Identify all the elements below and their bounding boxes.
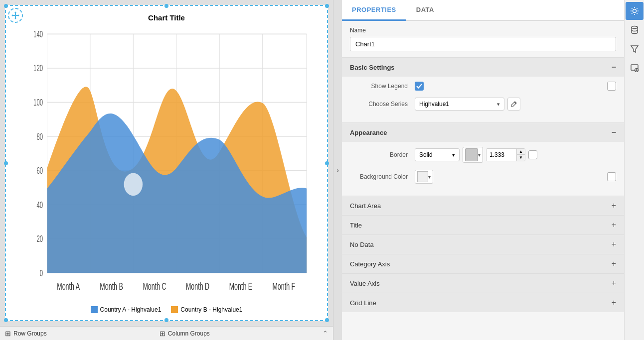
row-groups-icon: ⊞: [5, 330, 11, 338]
chart-legend: Country A - Highvalue1 Country B - Highv…: [16, 302, 317, 315]
sidebar-database-icon[interactable]: [626, 21, 644, 39]
column-groups-label: Column Groups: [168, 330, 210, 337]
icon-sidebar: [624, 0, 644, 340]
choose-series-chevron-icon: ▾: [497, 101, 500, 108]
border-row: Border Solid ▾ ▾: [350, 147, 616, 163]
show-legend-checkbox-2[interactable]: [607, 82, 616, 91]
resize-handle-bc[interactable]: [164, 318, 168, 322]
appearance-toggle-icon: −: [612, 128, 616, 137]
bg-color-swatch: [417, 171, 428, 182]
resize-handle-br[interactable]: [325, 318, 329, 322]
chart-area-label: Chart Area: [350, 202, 381, 210]
border-color-picker[interactable]: ▾: [463, 147, 483, 163]
column-groups-item[interactable]: ⊞ Column Groups: [160, 330, 210, 338]
properties-panel: PROPERTIES DATA Name Basic Settings − Sh…: [342, 0, 624, 340]
svg-marker-5: [18, 14, 19, 16]
left-panel: Chart Title: [0, 0, 333, 340]
basic-settings-header[interactable]: Basic Settings −: [342, 58, 624, 77]
legend-color-a: [91, 306, 98, 313]
tab-properties[interactable]: PROPERTIES: [342, 0, 406, 21]
basic-settings-title: Basic Settings: [350, 64, 395, 71]
svg-text:Month F: Month F: [272, 281, 295, 292]
no-data-row[interactable]: No Data +: [342, 234, 624, 254]
show-legend-row: Show Legend: [350, 82, 616, 91]
resize-handle-bl[interactable]: [4, 318, 8, 322]
value-axis-plus-icon: +: [612, 279, 616, 288]
svg-text:Month D: Month D: [186, 281, 209, 292]
title-row[interactable]: Title +: [342, 215, 624, 234]
choose-series-value: Highvalue1: [419, 101, 449, 108]
border-width-down[interactable]: ▼: [517, 155, 525, 161]
bg-color-chevron-icon: ▾: [428, 174, 431, 180]
chart-inner: Chart Title: [6, 6, 327, 320]
svg-point-29: [124, 173, 143, 196]
border-color-swatch: [465, 148, 478, 161]
border-style-value: Solid: [419, 151, 433, 158]
border-checkbox[interactable]: [528, 150, 537, 159]
category-axis-label: Category Axis: [350, 260, 390, 268]
appearance-body: Border Solid ▾ ▾: [342, 142, 624, 196]
svg-text:80: 80: [36, 131, 43, 141]
border-width-up[interactable]: ▲: [517, 149, 525, 155]
chart-area-row[interactable]: Chart Area +: [342, 196, 624, 215]
tabs-row: PROPERTIES DATA: [342, 0, 624, 21]
sidebar-filter-icon[interactable]: [626, 40, 644, 58]
bg-color-label: Background Color: [350, 173, 415, 180]
legend-label-b: Country B - Highvalue1: [180, 306, 242, 313]
svg-marker-2: [14, 11, 16, 13]
value-axis-label: Value Axis: [350, 280, 380, 287]
sidebar-image-settings-icon[interactable]: [626, 59, 644, 77]
svg-text:140: 140: [33, 29, 43, 39]
show-legend-checkbox[interactable]: [415, 82, 424, 91]
show-legend-control: [415, 82, 616, 91]
svg-marker-3: [14, 18, 16, 19]
svg-text:Month C: Month C: [143, 281, 166, 292]
basic-settings-section: Basic Settings − Show Legend: [342, 57, 624, 122]
category-axis-plus-icon: +: [612, 259, 616, 268]
name-section: Name: [342, 21, 624, 57]
resize-handle-tc[interactable]: [164, 4, 168, 8]
panel-content: Name Basic Settings − Show Legend: [342, 21, 624, 340]
choose-series-select[interactable]: Highvalue1 ▾: [415, 98, 504, 111]
choose-series-control: Highvalue1 ▾: [415, 98, 616, 111]
resize-handle-ml[interactable]: [4, 161, 8, 165]
resize-handle-tl[interactable]: [4, 4, 8, 8]
appearance-header[interactable]: Appearance −: [342, 123, 624, 142]
bottom-bar-chevron[interactable]: ⌃: [322, 330, 328, 337]
title-plus-icon: +: [612, 221, 616, 229]
grid-line-plus-icon: +: [612, 298, 616, 307]
move-handle[interactable]: [8, 8, 23, 23]
grid-line-label: Grid Line: [350, 299, 376, 307]
legend-item-country-b: Country B - Highvalue1: [171, 306, 242, 313]
svg-text:100: 100: [33, 97, 43, 107]
svg-point-37: [632, 26, 638, 29]
border-color-chevron-icon: ▾: [478, 152, 481, 158]
chart-container[interactable]: Chart Title: [5, 5, 328, 321]
choose-series-label: Choose Series: [350, 101, 415, 108]
sidebar-settings-icon[interactable]: [626, 2, 644, 20]
bg-color-picker[interactable]: ▾: [415, 170, 433, 184]
svg-text:Month B: Month B: [100, 281, 123, 292]
border-label: Border: [350, 151, 415, 158]
bg-color-row: Background Color ▾: [350, 170, 616, 184]
edit-series-button[interactable]: [507, 98, 520, 111]
category-axis-row[interactable]: Category Axis +: [342, 254, 624, 273]
resize-handle-tr[interactable]: [325, 4, 329, 8]
row-groups-item[interactable]: ⊞ Row Groups: [5, 330, 47, 338]
no-data-label: No Data: [350, 241, 374, 248]
legend-item-country-a: Country A - Highvalue1: [91, 306, 161, 313]
name-input[interactable]: [350, 37, 616, 51]
border-style-select[interactable]: Solid ▾: [415, 148, 460, 161]
basic-settings-body: Show Legend Cho: [342, 77, 624, 122]
border-width-input-group: ▲ ▼: [486, 148, 525, 161]
grid-line-row[interactable]: Grid Line +: [342, 293, 624, 312]
bg-color-control: ▾: [415, 170, 616, 184]
panel-collapse-button[interactable]: ›: [333, 0, 342, 340]
tab-data[interactable]: DATA: [406, 0, 444, 21]
border-width-input[interactable]: [486, 149, 516, 161]
resize-handle-mr[interactable]: [325, 161, 329, 165]
no-data-plus-icon: +: [612, 240, 616, 249]
bg-color-checkbox[interactable]: [607, 172, 616, 181]
value-axis-row[interactable]: Value Axis +: [342, 273, 624, 293]
border-control: Solid ▾ ▾ ▲ ▼: [415, 147, 616, 163]
